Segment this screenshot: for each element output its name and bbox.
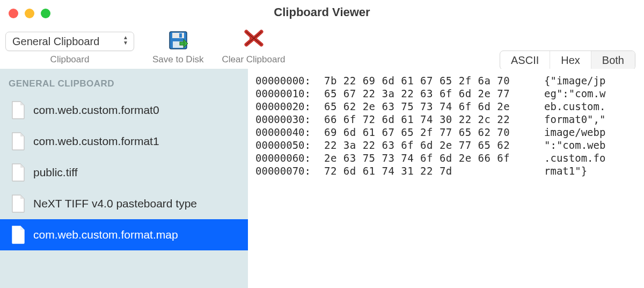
svg-rect-4 bbox=[180, 42, 184, 45]
red-x-icon bbox=[243, 27, 265, 49]
hex-bytes: 22 3a 22 63 6f 6d 2e 77 65 62 bbox=[324, 139, 544, 152]
list-item-label: NeXT TIFF v4.0 pasteboard type bbox=[33, 197, 197, 210]
hex-bytes: 66 6f 72 6d 61 74 30 22 2c 22 bbox=[324, 113, 544, 126]
svg-rect-1 bbox=[172, 33, 184, 38]
clipboard-selector-value: General Clipboard bbox=[12, 35, 99, 48]
hex-offset: 00000030: bbox=[255, 113, 324, 126]
hex-row: 00000060:2e 63 75 73 74 6f 6d 2e 66 6f.c… bbox=[255, 152, 636, 164]
sidebar: GENERAL CLIPBOARD com.web.custom.format0… bbox=[0, 69, 248, 288]
hex-row: 00000030:66 6f 72 6d 61 74 30 22 2c 22fo… bbox=[255, 113, 636, 126]
list-item-label: public.tiff bbox=[33, 166, 78, 179]
list-item-label: com.web.custom.format.map bbox=[33, 228, 178, 241]
sidebar-list: com.web.custom.format0com.web.custom.for… bbox=[0, 95, 248, 250]
hex-bytes: 2e 63 75 73 74 6f 6d 2e 66 6f bbox=[324, 152, 544, 164]
list-item[interactable]: com.web.custom.format1 bbox=[0, 126, 248, 157]
hex-ascii: image/webp bbox=[544, 126, 636, 139]
clear-clipboard-label: Clear Clipboard bbox=[222, 54, 285, 65]
hex-ascii: format0"," bbox=[544, 113, 636, 126]
file-icon bbox=[11, 163, 26, 182]
save-to-disk-label: Save to Disk bbox=[152, 54, 203, 65]
hex-ascii: .custom.fo bbox=[544, 152, 636, 164]
hex-row: 00000050:22 3a 22 63 6f 6d 2e 77 65 62":… bbox=[255, 139, 636, 152]
hex-offset: 00000020: bbox=[255, 100, 324, 113]
list-item[interactable]: NeXT TIFF v4.0 pasteboard type bbox=[0, 188, 248, 219]
hex-bytes: 69 6d 61 67 65 2f 77 65 62 70 bbox=[324, 126, 544, 139]
toolbar: General Clipboard ▲▼ Clipboard Save to D… bbox=[0, 24, 644, 69]
hex-offset: 00000060: bbox=[255, 152, 324, 164]
hex-row: 00000000:7b 22 69 6d 61 67 65 2f 6a 70{"… bbox=[255, 74, 636, 87]
view-mode-both[interactable]: Both bbox=[591, 51, 635, 69]
floppy-disk-icon bbox=[167, 30, 189, 51]
hex-viewer: 00000000:7b 22 69 6d 61 67 65 2f 6a 70{"… bbox=[248, 69, 644, 288]
clipboard-selector-label: Clipboard bbox=[50, 54, 90, 65]
file-icon bbox=[11, 226, 26, 244]
file-icon bbox=[11, 101, 26, 119]
save-to-disk-button[interactable] bbox=[167, 30, 189, 51]
hex-ascii: ":"com.web bbox=[544, 139, 636, 152]
window-title: Clipboard Viewer bbox=[0, 5, 644, 19]
main-area: GENERAL CLIPBOARD com.web.custom.format0… bbox=[0, 69, 644, 288]
hex-bytes: 65 67 22 3a 22 63 6f 6d 2e 77 bbox=[324, 87, 544, 100]
list-item[interactable]: com.web.custom.format.map bbox=[0, 219, 248, 250]
list-item-label: com.web.custom.format1 bbox=[33, 135, 159, 148]
hex-bytes: 7b 22 69 6d 61 67 65 2f 6a 70 bbox=[324, 74, 544, 87]
chevron-updown-icon: ▲▼ bbox=[123, 35, 128, 46]
hex-offset: 00000010: bbox=[255, 87, 324, 100]
hex-bytes: 72 6d 61 74 31 22 7d bbox=[324, 164, 544, 177]
hex-bytes: 65 62 2e 63 75 73 74 6f 6d 2e bbox=[324, 100, 544, 113]
list-item[interactable]: public.tiff bbox=[0, 157, 248, 188]
clear-clipboard-button[interactable] bbox=[243, 27, 265, 51]
hex-ascii: eg":"com.w bbox=[544, 87, 636, 100]
list-item[interactable]: com.web.custom.format0 bbox=[0, 95, 248, 126]
hex-row: 00000070:72 6d 61 74 31 22 7drmat1"} bbox=[255, 164, 636, 177]
view-mode-segmented: ASCII Hex Both bbox=[500, 51, 635, 70]
hex-ascii: eb.custom. bbox=[544, 100, 636, 113]
hex-row: 00000020:65 62 2e 63 75 73 74 6f 6d 2eeb… bbox=[255, 100, 636, 113]
hex-offset: 00000070: bbox=[255, 164, 324, 177]
hex-ascii: {"image/jp bbox=[544, 74, 636, 87]
hex-offset: 00000050: bbox=[255, 139, 324, 152]
file-icon bbox=[11, 132, 26, 150]
hex-ascii: rmat1"} bbox=[544, 164, 636, 177]
svg-rect-2 bbox=[179, 33, 182, 38]
list-item-label: com.web.custom.format0 bbox=[33, 104, 159, 117]
hex-offset: 00000040: bbox=[255, 126, 324, 139]
hex-row: 00000010:65 67 22 3a 22 63 6f 6d 2e 77eg… bbox=[255, 87, 636, 100]
clipboard-selector-dropdown[interactable]: General Clipboard ▲▼ bbox=[5, 32, 134, 51]
sidebar-header: GENERAL CLIPBOARD bbox=[0, 75, 248, 95]
hex-row: 00000040:69 6d 61 67 65 2f 77 65 62 70im… bbox=[255, 126, 636, 139]
file-icon bbox=[11, 195, 26, 213]
hex-offset: 00000000: bbox=[255, 74, 324, 87]
view-mode-ascii[interactable]: ASCII bbox=[500, 51, 550, 69]
view-mode-hex[interactable]: Hex bbox=[550, 51, 591, 69]
